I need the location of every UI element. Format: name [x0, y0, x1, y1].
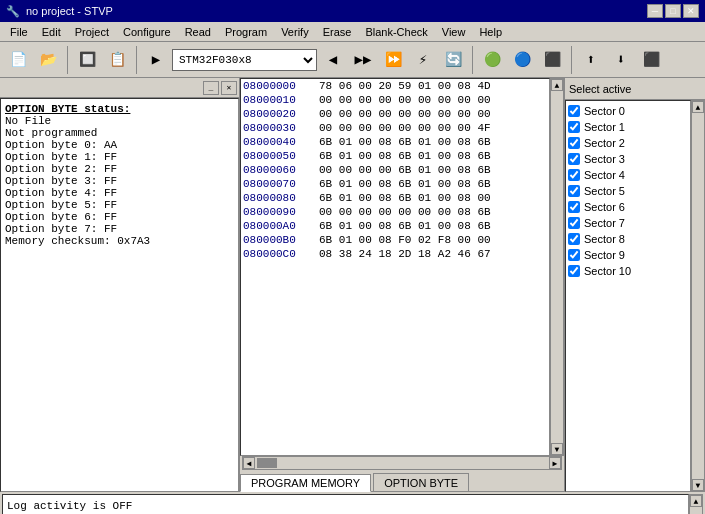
- hex-row: 080000A06B 01 00 08 6B 01 00 08 6B: [241, 219, 549, 233]
- scroll-right-arrow[interactable]: ▶: [549, 457, 561, 469]
- toolbar-btn-12[interactable]: 🔵: [508, 46, 536, 74]
- toolbar-btn-15[interactable]: ⬇: [607, 46, 635, 74]
- toolbar-btn-14[interactable]: ⬆: [577, 46, 605, 74]
- option-byte-line-0: No File: [5, 115, 234, 127]
- sector-check-4[interactable]: [568, 169, 580, 181]
- toolbar: 📄 📂 🔲 📋 ▶ STM32F030x8 ◀ ▶▶ ⏩ ⚡ 🔄 🟢 🔵 ⬛ ⬆…: [0, 42, 705, 78]
- menu-item-help[interactable]: Help: [473, 24, 508, 40]
- hex-row: 080000B06B 01 00 08 F0 02 F8 00 00: [241, 233, 549, 247]
- menu-item-view[interactable]: View: [436, 24, 472, 40]
- sector-check-9[interactable]: [568, 249, 580, 261]
- toolbar-btn-8[interactable]: ⏩: [379, 46, 407, 74]
- hex-content[interactable]: 0800000078 06 00 20 59 01 00 08 4D 08000…: [240, 78, 550, 456]
- sector-check-3[interactable]: [568, 153, 580, 165]
- toolbar-btn-5[interactable]: ▶: [142, 46, 170, 74]
- right-panel: Select active Sector 0 Sector 1 Sector 2: [565, 78, 705, 492]
- hex-row: 0800003000 00 00 00 00 00 00 00 4F: [241, 121, 549, 135]
- sector-scroll-up[interactable]: ▲: [692, 101, 704, 113]
- new-button[interactable]: 📄: [4, 46, 32, 74]
- toolbar-separator-3: [472, 46, 473, 74]
- close-button[interactable]: ✕: [683, 4, 699, 18]
- sector-vertical-scrollbar[interactable]: ▲ ▼: [691, 100, 705, 492]
- menu-item-configure[interactable]: Configure: [117, 24, 177, 40]
- toolbar-btn-6[interactable]: ◀: [319, 46, 347, 74]
- left-panel: _ ✕ OPTION BYTE status: No File Not prog…: [0, 78, 240, 492]
- toolbar-btn-9[interactable]: ⚡: [409, 46, 437, 74]
- sector-item-10: Sector 10: [568, 263, 688, 279]
- toolbar-btn-7[interactable]: ▶▶: [349, 46, 377, 74]
- sector-check-8[interactable]: [568, 233, 580, 245]
- sector-check-10[interactable]: [568, 265, 580, 277]
- menu-item-erase[interactable]: Erase: [317, 24, 358, 40]
- hex-row: 0800009000 00 00 00 00 00 00 08 6B: [241, 205, 549, 219]
- sector-check-7[interactable]: [568, 217, 580, 229]
- sector-item-3: Sector 3: [568, 151, 688, 167]
- hex-row: 080000806B 01 00 08 6B 01 00 08 00: [241, 191, 549, 205]
- hex-horizontal-scrollbar[interactable]: ◀ ▶: [242, 456, 562, 470]
- sector-scroll-down[interactable]: ▼: [692, 479, 704, 491]
- toolbar-btn-3[interactable]: 🔲: [73, 46, 101, 74]
- tab-program-memory[interactable]: PROGRAM MEMORY: [240, 474, 371, 492]
- middle-panel: 0800000078 06 00 20 59 01 00 08 4D 08000…: [240, 78, 565, 492]
- log-line-0: Log activity is OFF: [7, 499, 684, 513]
- hex-row: 0800002000 00 00 00 00 00 00 00 00: [241, 107, 549, 121]
- sector-item-2: Sector 2: [568, 135, 688, 151]
- sector-check-2[interactable]: [568, 137, 580, 149]
- option-byte-line-9: Option byte 7: FF: [5, 223, 234, 235]
- open-button[interactable]: 📂: [34, 46, 62, 74]
- scroll-down-arrow[interactable]: ▼: [551, 443, 563, 455]
- left-panel-toolbar: _ ✕: [0, 78, 239, 98]
- option-byte-line-6: Option byte 4: FF: [5, 187, 234, 199]
- log-area[interactable]: Log activity is OFF Hardware configurati…: [2, 494, 689, 514]
- option-byte-line-3: Option byte 1: FF: [5, 151, 234, 163]
- main-content: _ ✕ OPTION BYTE status: No File Not prog…: [0, 78, 705, 492]
- sector-check-6[interactable]: [568, 201, 580, 213]
- left-panel-btn-close[interactable]: ✕: [221, 81, 237, 95]
- toolbar-btn-16[interactable]: ⬛: [637, 46, 665, 74]
- option-byte-content: OPTION BYTE status: No File Not programm…: [0, 98, 239, 492]
- option-byte-line-8: Option byte 6: FF: [5, 211, 234, 223]
- toolbar-btn-4[interactable]: 📋: [103, 46, 131, 74]
- maximize-button[interactable]: □: [665, 4, 681, 18]
- scroll-left-arrow[interactable]: ◀: [243, 457, 255, 469]
- device-select[interactable]: STM32F030x8: [172, 49, 317, 71]
- option-byte-line-2: Option byte 0: AA: [5, 139, 234, 151]
- sector-list[interactable]: Sector 0 Sector 1 Sector 2 Sector 3 Sect…: [565, 100, 691, 492]
- sector-item-7: Sector 7: [568, 215, 688, 231]
- toolbar-btn-10[interactable]: 🔄: [439, 46, 467, 74]
- toolbar-btn-13[interactable]: ⬛: [538, 46, 566, 74]
- sector-check-5[interactable]: [568, 185, 580, 197]
- menu-item-read[interactable]: Read: [179, 24, 217, 40]
- app-icon: 🔧: [6, 5, 20, 18]
- hex-row: 080000506B 01 00 08 6B 01 00 08 6B: [241, 149, 549, 163]
- menu-item-edit[interactable]: Edit: [36, 24, 67, 40]
- log-scroll-up[interactable]: ▲: [690, 495, 702, 507]
- menu-item-program[interactable]: Program: [219, 24, 273, 40]
- menu-item-project[interactable]: Project: [69, 24, 115, 40]
- sector-check-0[interactable]: [568, 105, 580, 117]
- menu-item-verify[interactable]: Verify: [275, 24, 315, 40]
- hex-vertical-scrollbar[interactable]: ▲ ▼: [550, 78, 564, 456]
- scroll-thumb[interactable]: [257, 458, 277, 468]
- option-byte-line-7: Option byte 5: FF: [5, 199, 234, 211]
- menu-bar: FileEditProjectConfigureReadProgramVerif…: [0, 22, 705, 42]
- sector-item-4: Sector 4: [568, 167, 688, 183]
- scroll-up-arrow[interactable]: ▲: [551, 79, 563, 91]
- title-bar: 🔧 no project - STVP ─ □ ✕: [0, 0, 705, 22]
- log-vertical-scrollbar[interactable]: ▲ ▼: [689, 494, 703, 514]
- sector-check-1[interactable]: [568, 121, 580, 133]
- sector-item-1: Sector 1: [568, 119, 688, 135]
- toolbar-separator-1: [67, 46, 68, 74]
- sector-item-0: Sector 0: [568, 103, 688, 119]
- left-panel-btn-minimize[interactable]: _: [203, 81, 219, 95]
- minimize-button[interactable]: ─: [647, 4, 663, 18]
- window-title: no project - STVP: [26, 5, 113, 17]
- hex-row: 080000406B 01 00 08 6B 01 00 08 6B: [241, 135, 549, 149]
- sector-item-5: Sector 5: [568, 183, 688, 199]
- option-byte-line-4: Option byte 2: FF: [5, 163, 234, 175]
- menu-item-blank-check[interactable]: Blank-Check: [359, 24, 433, 40]
- menu-item-file[interactable]: File: [4, 24, 34, 40]
- tab-option-byte[interactable]: OPTION BYTE: [373, 473, 469, 491]
- hex-row: 0800001000 00 00 00 00 00 00 00 00: [241, 93, 549, 107]
- toolbar-btn-11[interactable]: 🟢: [478, 46, 506, 74]
